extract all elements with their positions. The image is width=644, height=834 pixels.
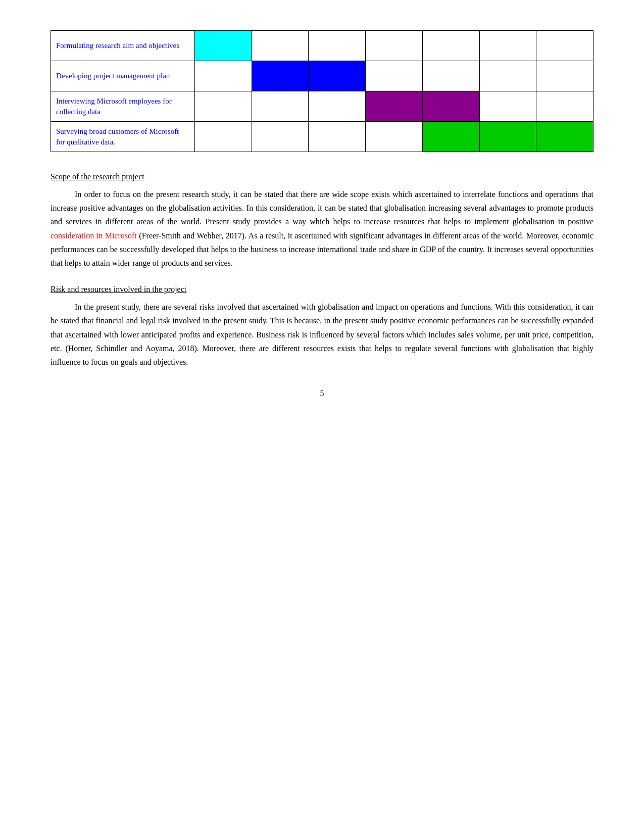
page-number: 5 [51, 389, 593, 398]
gantt-table: Formulating research aim and objectivesD… [51, 30, 593, 152]
gantt-cell [422, 91, 479, 122]
gantt-cell [195, 122, 252, 152]
task-label: Interviewing Microsoft employees for col… [51, 91, 195, 122]
gantt-cell [536, 91, 593, 122]
gantt-cell [479, 122, 536, 152]
gantt-cell [422, 122, 479, 152]
gantt-cell [309, 61, 366, 91]
gantt-cell [252, 61, 309, 91]
risk-section: Risk and resources involved in the proje… [51, 285, 593, 369]
gantt-cell [252, 122, 309, 152]
gantt-cell [309, 91, 366, 122]
scope-section: Scope of the research project In order t… [51, 172, 593, 270]
scope-paragraph: In order to focus on the present researc… [51, 187, 593, 270]
gantt-cell [366, 91, 423, 122]
task-label: Developing project management plan [51, 61, 195, 91]
gantt-cell [422, 61, 479, 91]
risk-heading: Risk and resources involved in the proje… [51, 285, 593, 294]
gantt-cell [366, 122, 423, 152]
gantt-cell [479, 61, 536, 91]
gantt-cell [366, 61, 423, 91]
gantt-cell [479, 91, 536, 122]
gantt-cell [252, 31, 309, 61]
task-label: Formulating research aim and objectives [51, 31, 195, 61]
scope-heading: Scope of the research project [51, 172, 593, 181]
gantt-cell [195, 31, 252, 61]
gantt-cell [536, 31, 593, 61]
gantt-cell [479, 31, 536, 61]
gantt-cell [309, 122, 366, 152]
gantt-cell [309, 31, 366, 61]
gantt-cell [366, 31, 423, 61]
gantt-cell [536, 61, 593, 91]
highlight-text: consideration in Microsoft [51, 231, 137, 240]
task-label: Surveying broad customers of Microsoft f… [51, 122, 195, 152]
gantt-cell [195, 91, 252, 122]
page: Formulating research aim and objectivesD… [0, 0, 644, 834]
gantt-cell [536, 122, 593, 152]
risk-paragraph: In the present study, there are several … [51, 300, 593, 369]
gantt-cell [252, 91, 309, 122]
gantt-cell [195, 61, 252, 91]
gantt-cell [422, 31, 479, 61]
